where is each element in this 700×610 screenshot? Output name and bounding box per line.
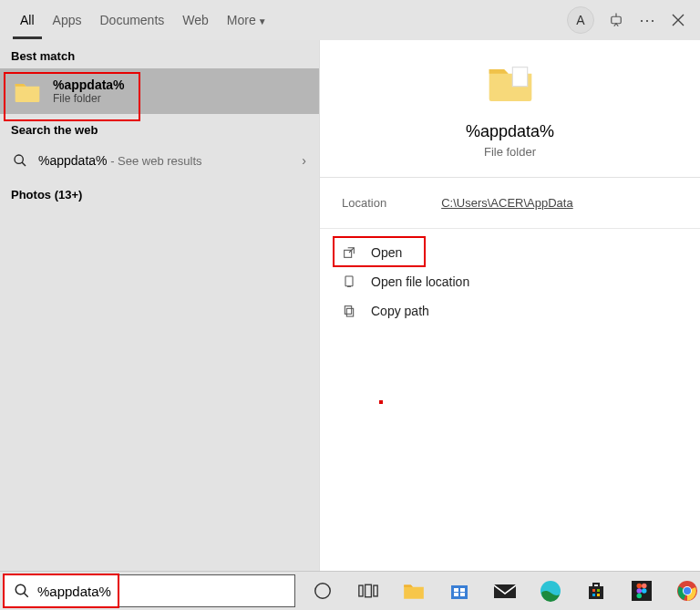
results-panel: Best match %appdata% File folder Search … [0,40,319,571]
more-options-icon[interactable]: ⋯ [638,11,656,29]
search-header: All Apps Documents Web More▼ A ⋯ [0,0,700,40]
figma-icon[interactable] [629,578,654,604]
location-icon [342,274,358,289]
search-input[interactable] [37,584,285,599]
feedback-icon[interactable] [607,11,625,29]
search-web-header: Search the web [0,114,319,142]
svg-point-28 [637,594,643,599]
microsoft-store2-icon[interactable] [583,578,609,604]
preview-subtitle: File folder [484,145,536,159]
svg-rect-0 [612,16,622,24]
web-sub: - See web results [108,154,202,168]
tab-web[interactable]: Web [175,2,216,39]
best-match-result[interactable]: %appdata% File folder [0,68,319,114]
search-icon [13,153,27,168]
svg-rect-12 [451,585,468,599]
location-value[interactable]: C:\Users\ACER\AppData [441,196,573,210]
svg-point-31 [684,587,691,594]
svg-rect-13 [454,588,458,592]
folder-icon [13,78,42,104]
svg-rect-4 [345,276,353,286]
chevron-right-icon: › [302,153,306,168]
action-open-file-location[interactable]: Open file location [336,267,684,296]
svg-rect-22 [597,594,600,596]
svg-point-25 [642,584,647,589]
tab-all[interactable]: All [13,2,42,39]
location-label: Location [342,196,386,210]
svg-rect-2 [512,67,527,87]
filter-tabs: All Apps Documents Web More▼ [0,2,274,39]
microsoft-store-icon[interactable] [447,578,472,604]
taskbar [0,571,700,610]
header-actions: A ⋯ [567,6,693,34]
svg-rect-21 [592,594,595,596]
chevron-down-icon: ▼ [258,16,267,26]
folder-icon [485,60,536,104]
svg-point-7 [15,584,26,594]
task-view-icon[interactable] [355,578,381,604]
web-query: %appdata% [38,153,108,168]
annotation-dot [379,400,383,404]
svg-point-1 [15,155,23,163]
svg-point-24 [637,584,643,589]
svg-rect-19 [592,589,595,592]
svg-point-8 [315,584,331,599]
tab-apps[interactable]: Apps [46,2,89,39]
edge-icon[interactable] [538,578,563,604]
svg-rect-18 [589,586,603,599]
mail-icon[interactable] [492,578,518,604]
tab-more[interactable]: More▼ [220,2,274,39]
open-icon [342,245,358,260]
copy-icon [342,304,358,318]
cortana-icon[interactable] [310,578,335,604]
search-box[interactable] [4,574,295,607]
file-explorer-icon[interactable] [401,578,427,604]
best-match-header: Best match [0,40,319,68]
preview-title: %appdata% [466,122,554,141]
preview-panel: %appdata% File folder Location C:\Users\… [319,40,700,571]
svg-rect-11 [374,585,377,596]
result-title: %appdata% [53,78,125,92]
result-subtitle: File folder [53,92,125,105]
chrome-icon[interactable] [674,578,700,604]
location-row: Location C:\Users\ACER\AppData [320,178,700,229]
svg-rect-9 [359,585,363,596]
svg-point-26 [637,588,643,594]
svg-rect-14 [460,588,465,592]
action-copy-path[interactable]: Copy path [336,296,684,326]
svg-point-27 [642,588,647,594]
svg-rect-20 [597,589,600,592]
svg-rect-10 [365,584,372,597]
photos-header[interactable]: Photos (13+) [0,179,319,207]
svg-rect-16 [460,593,465,596]
action-open[interactable]: Open [336,238,684,267]
tab-documents[interactable]: Documents [92,2,171,39]
close-icon[interactable] [669,11,687,29]
svg-rect-15 [454,593,458,596]
svg-rect-5 [346,308,353,316]
web-search-result[interactable]: %appdata% - See web results › [0,142,319,179]
search-icon [14,583,30,599]
svg-rect-6 [345,306,351,315]
avatar[interactable]: A [567,6,594,34]
